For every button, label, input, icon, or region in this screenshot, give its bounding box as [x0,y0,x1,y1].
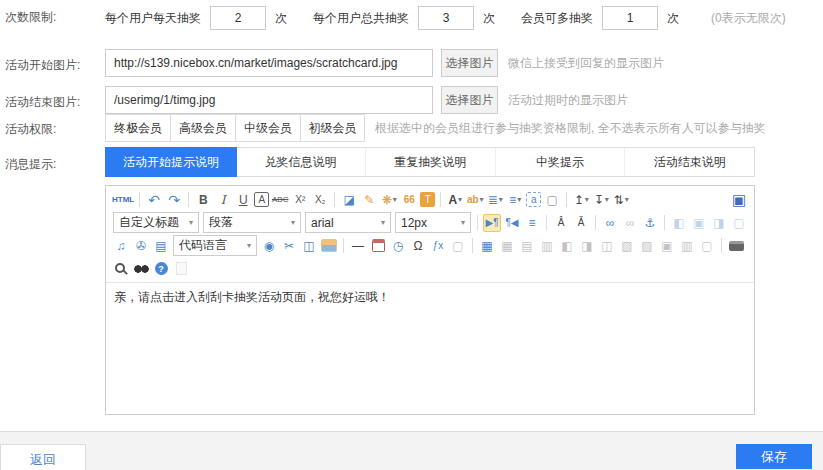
start-image-label: 活动开始图片: [5,57,80,74]
insert-col-left-icon: ◧ [558,237,576,255]
find-replace-icon[interactable] [132,260,150,278]
formula-icon[interactable]: ƒx [429,237,447,255]
toolbar-separator [566,192,567,207]
message-tab-3[interactable]: 中奖提示 [496,148,626,176]
lowercase-icon[interactable]: Ǎ [572,214,590,232]
code-language-select[interactable]: 代码语言▾ [173,235,257,256]
toolbar-row-0: HTML↶↷BIUAABCX²X₂◪✎❋▾66TA▾ab▾≣▾≡▾a▢↥▾↧▾⇅… [108,188,752,211]
member-group-button-0[interactable]: 终极会员 [105,114,170,142]
message-tab-1[interactable]: 兑奖信息说明 [236,148,366,176]
time-icon[interactable]: ◷ [389,237,407,255]
start-image-pick-button[interactable]: 选择图片 [441,49,498,77]
attachment-icon[interactable]: ✇ [132,237,150,255]
toolbar-row-1: 自定义标题▾段落▾arial▾12px▾▶¶¶◀≡ÂǍ∞∞⚓◧▣◨▢☺ [108,211,752,234]
paste-text-icon[interactable]: T [420,192,435,207]
end-image-label: 活动结束图片: [5,94,80,111]
search-icon[interactable] [112,260,130,278]
fullscreen-icon[interactable]: ▣ [730,191,748,209]
source-code-icon[interactable]: HTML [112,191,134,209]
unit-label: 次 [275,10,287,27]
subscript-icon[interactable]: X₂ [311,191,329,209]
message-tab-2[interactable]: 重复抽奖说明 [366,148,496,176]
highlight-color-icon[interactable]: ab▾ [466,191,484,209]
save-button[interactable]: 保存 [736,444,812,469]
member-group-button-3[interactable]: 初级会员 [300,114,365,142]
footer-bar: 返回 保存 [0,431,823,470]
italic-icon[interactable]: I [214,191,232,209]
print-icon[interactable] [727,237,745,255]
screenshot-icon[interactable]: ✂ [280,237,298,255]
unlink-icon: ∞ [621,214,639,232]
end-image-input[interactable] [105,86,433,114]
undo-icon[interactable]: ↶ [145,191,163,209]
hr-icon[interactable]: — [349,237,367,255]
toolbar-separator [472,238,473,253]
date-icon[interactable] [369,237,387,255]
rich-text-editor: HTML↶↷BIUAABCX²X₂◪✎❋▾66TA▾ab▾≣▾≡▾a▢↥▾↧▾⇅… [105,185,755,415]
per-day-input[interactable] [210,6,266,30]
unit-label: 次 [667,10,679,27]
start-image-input[interactable] [105,49,433,77]
auto-typeset-icon[interactable]: ≡ [523,214,541,232]
ltr-icon[interactable]: ▶¶ [483,214,501,232]
map-icon[interactable]: ◉ [260,237,278,255]
insert-col-right-icon: ◨ [578,237,596,255]
para-spacing-bottom-icon[interactable]: ↧▾ [592,191,610,209]
iframe-icon[interactable]: ◫ [300,237,318,255]
rtl-icon[interactable]: ¶◀ [503,214,521,232]
delete-table-icon: ▦ [498,237,516,255]
special-char-icon[interactable]: Ω [409,237,427,255]
toolbar-separator [721,238,722,253]
paragraph-select[interactable]: 段落▾ [203,212,301,233]
font-border-icon[interactable]: A [254,192,269,207]
music-icon[interactable]: ♫ [112,237,130,255]
total-label: 每个用户总共抽奖 [313,10,409,27]
member-group-button-2[interactable]: 中级会员 [235,114,300,142]
toolbar-row-2: ♫✇▤代码语言▾◉✂◫—◷Ωƒx▢▦▦▤▥◧◨◫▧▨▣▥▢ [108,234,752,257]
anchor-icon[interactable]: ⚓ [641,214,659,232]
blockquote-icon[interactable]: 66 [400,191,418,209]
underline-icon[interactable]: U [234,191,252,209]
bold-icon[interactable]: B [194,191,212,209]
insert-template-icon[interactable]: ▤ [152,237,170,255]
end-image-pick-button[interactable]: 选择图片 [441,86,498,114]
img-align-center-icon: ▣ [690,214,708,232]
format-painter-icon[interactable]: ✎ [360,191,378,209]
anchor-text-icon[interactable]: a [526,192,541,207]
limits-row: 每个用户每天抽奖 次 每个用户总共抽奖 次 会员可多抽奖 次 (0表示无限次) [105,4,786,32]
remove-format-icon[interactable]: ◪ [340,191,358,209]
message-tab-0[interactable]: 活动开始提示说明 [105,147,237,177]
font-size-select[interactable]: 12px▾ [395,212,471,233]
member-group-button-1[interactable]: 高级会员 [170,114,235,142]
message-tab-4[interactable]: 活动结束说明 [625,148,754,176]
font-color-icon[interactable]: A▾ [446,191,464,209]
editor-toolbar: HTML↶↷BIUAABCX²X₂◪✎❋▾66TA▾ab▾≣▾≡▾a▢↥▾↧▾⇅… [106,186,754,283]
link-icon[interactable]: ∞ [601,214,619,232]
img-align-left-icon: ◧ [670,214,688,232]
custom-title-select[interactable]: 自定义标题▾ [113,212,199,233]
delete-col-icon: ◫ [598,237,616,255]
help-icon[interactable]: ? [152,260,170,278]
limits-hint: (0表示无限次) [711,10,786,27]
unit-label: 次 [483,10,495,27]
scrawl-icon[interactable]: ❋▾ [380,191,398,209]
total-input[interactable] [418,6,474,30]
back-button[interactable]: 返回 [0,444,86,470]
uppercase-icon[interactable]: Â [552,214,570,232]
message-tab-bar: 活动开始提示说明兑奖信息说明重复抽奖说明中奖提示活动结束说明 [105,147,755,177]
editor-content-area[interactable]: 亲，请点击进入刮刮卡抽奖活动页面，祝您好运哦！ [106,283,754,418]
redo-icon[interactable]: ↷ [165,191,183,209]
strikethrough-icon[interactable]: ABC [271,191,289,209]
snapshot-icon[interactable] [320,237,338,255]
superscript-icon[interactable]: X² [291,191,309,209]
line-height-icon[interactable]: ⇅▾ [612,191,630,209]
font-family-select[interactable]: arial▾ [305,212,391,233]
member-extra-input[interactable] [602,6,658,30]
permission-row: 终极会员高级会员中级会员初级会员 根据选中的会员组进行参与抽奖资格限制, 全不选… [105,114,766,142]
toolbar-separator [477,215,478,230]
insert-table-icon[interactable]: ▦ [478,237,496,255]
clear-doc-icon[interactable]: ▢ [543,191,561,209]
para-spacing-top-icon[interactable]: ↥▾ [572,191,590,209]
unordered-list-icon[interactable]: ≡▾ [506,191,524,209]
ordered-list-icon[interactable]: ≣▾ [486,191,504,209]
